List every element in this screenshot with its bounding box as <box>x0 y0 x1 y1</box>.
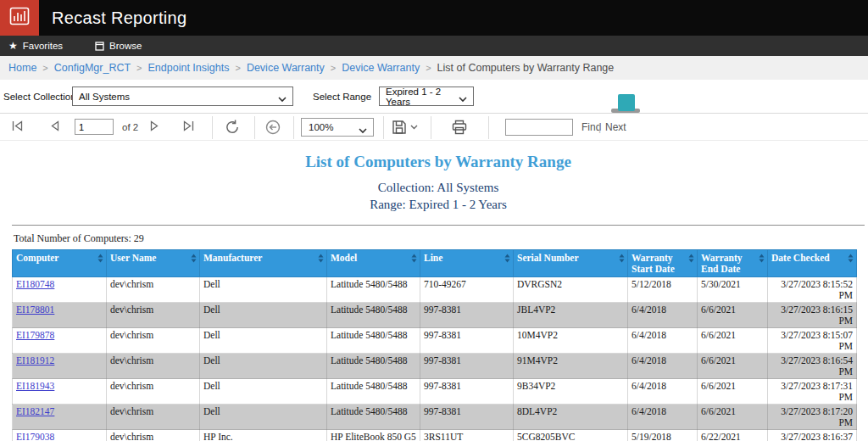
zoom-select[interactable]: 100% <box>301 118 374 137</box>
table-cell: EI180748 <box>13 277 107 303</box>
table-cell: Latitude 5480/5488 <box>327 328 420 354</box>
sort-icon[interactable] <box>411 254 417 265</box>
table-cell: dev\chrism <box>107 430 200 441</box>
column-header-label: Warranty End Date <box>701 253 758 274</box>
column-header[interactable]: User Name <box>107 250 200 277</box>
breadcrumb-item[interactable]: Endpoint Insights <box>148 62 230 74</box>
table-cell: 3/27/2023 8:16:54 PM <box>768 354 857 379</box>
sort-icon[interactable] <box>97 254 103 265</box>
sort-icon[interactable] <box>848 254 854 265</box>
sort-icon[interactable] <box>318 254 324 265</box>
table-cell: Dell <box>200 328 327 354</box>
sort-icon[interactable] <box>504 254 510 265</box>
table-cell: 710-49267 <box>420 277 514 303</box>
table-cell: 5CG8205BVC <box>514 430 628 441</box>
sort-icon[interactable] <box>688 254 694 265</box>
column-header[interactable]: Warranty End Date <box>698 250 768 277</box>
sort-icon[interactable] <box>619 254 625 265</box>
table-cell: 997-8381 <box>420 354 514 379</box>
report-toolbar: of 2 100% <box>0 113 868 141</box>
toolbar-separator <box>383 116 384 139</box>
computer-link[interactable]: EI179878 <box>16 330 54 340</box>
chevron-down-icon <box>410 125 418 130</box>
last-page-button[interactable] <box>181 120 196 132</box>
nav-favorites[interactable]: ★ Favorites <box>0 36 71 56</box>
range-label: Select Range <box>313 92 371 102</box>
column-header-label: Line <box>424 253 442 264</box>
nav-browse[interactable]: Browse <box>86 36 150 56</box>
table-cell: dev\chrism <box>107 303 200 328</box>
report-subtitle-collection: Collection: All Systems <box>12 181 865 195</box>
table-cell: 6/6/2021 <box>698 303 768 328</box>
column-header[interactable]: Manufacturer <box>200 250 327 277</box>
computer-link[interactable]: EI182147 <box>16 406 54 416</box>
back-button[interactable] <box>264 119 281 136</box>
column-header[interactable]: Date Checked <box>768 250 857 277</box>
computer-link[interactable]: EI180748 <box>16 279 54 289</box>
column-header[interactable]: Model <box>327 250 420 277</box>
bar-chart-icon <box>9 7 30 29</box>
toolbar-separator <box>488 116 489 139</box>
table-cell: Dell <box>200 277 327 303</box>
panel-toggle-button[interactable] <box>618 94 635 111</box>
breadcrumb-item[interactable]: Device Warranty <box>342 62 420 74</box>
first-page-button[interactable] <box>10 120 25 132</box>
recast-logo[interactable] <box>0 0 39 36</box>
table-cell: Dell <box>200 354 327 379</box>
column-header[interactable]: Serial Number <box>514 250 628 277</box>
nav-favorites-label: Favorites <box>23 41 63 51</box>
table-cell: 997-8381 <box>420 405 514 430</box>
browse-icon <box>95 42 104 51</box>
table-cell: EI179878 <box>13 328 107 354</box>
table-cell: 6/6/2021 <box>698 354 768 379</box>
table-cell: Latitude 5480/5488 <box>327 405 420 430</box>
computer-link[interactable]: EI181943 <box>16 381 54 391</box>
range-select[interactable]: Expired 1 - 2 Years <box>379 87 474 106</box>
toolbar-separator <box>431 116 431 139</box>
breadcrumb-item[interactable]: Device Warranty <box>247 62 325 74</box>
zoom-select-value: 100% <box>309 122 333 132</box>
column-header[interactable]: Line <box>420 250 514 277</box>
sort-icon[interactable] <box>759 254 765 265</box>
print-button[interactable] <box>451 119 468 136</box>
report-title: List of Computers by Warranty Range <box>12 153 865 171</box>
previous-page-button[interactable] <box>49 120 60 132</box>
breadcrumb-separator: > <box>426 63 431 73</box>
sort-icon[interactable] <box>191 254 197 265</box>
parameters-panel: Select Collection All Systems Select Ran… <box>0 80 868 113</box>
table-row: EI179878dev\chrismDellLatitude 5480/5488… <box>13 328 857 354</box>
collection-select[interactable]: All Systems <box>72 87 293 106</box>
table-cell: Dell <box>200 405 327 430</box>
table-cell: EI181912 <box>13 354 107 379</box>
column-header[interactable]: Computer <box>13 250 107 277</box>
table-cell: EI179038 <box>13 430 107 441</box>
table-cell: 6/4/2018 <box>628 328 698 354</box>
export-button[interactable] <box>392 120 418 135</box>
table-cell: 6/6/2021 <box>698 379 768 405</box>
breadcrumb-separator: > <box>136 63 142 73</box>
table-row: EI179038dev\chrismHP Inc.HP EliteBook 85… <box>13 430 857 441</box>
table-cell: 6/6/2021 <box>698 405 768 430</box>
computer-link[interactable]: EI179038 <box>16 432 54 441</box>
table-cell: 10M4VP2 <box>514 328 628 354</box>
computer-link[interactable]: EI178801 <box>16 304 54 315</box>
report-divider <box>12 225 865 226</box>
table-cell: dev\chrism <box>107 277 200 303</box>
breadcrumb-separator: > <box>331 63 336 73</box>
table-cell: 6/4/2018 <box>628 354 698 379</box>
table-cell: Dell <box>200 379 327 405</box>
column-header[interactable]: Warranty Start Date <box>628 250 698 277</box>
find-input[interactable] <box>505 119 573 136</box>
table-cell: DVRGSN2 <box>514 277 628 303</box>
next-page-button[interactable] <box>149 120 160 132</box>
column-header-label: Date Checked <box>771 253 830 264</box>
refresh-button[interactable] <box>224 119 241 136</box>
page-number-input[interactable] <box>75 119 114 135</box>
breadcrumb-item[interactable]: ConfigMgr_RCT <box>54 62 131 74</box>
breadcrumb-item[interactable]: Home <box>8 62 36 74</box>
computer-link[interactable]: EI181912 <box>16 355 54 366</box>
breadcrumb-separator: > <box>42 63 47 73</box>
find-next-link[interactable]: Next <box>605 121 626 133</box>
table-row: EI181943dev\chrismDellLatitude 5480/5488… <box>13 379 857 405</box>
table-cell: 3/27/2023 8:16:37 PM <box>768 430 857 441</box>
